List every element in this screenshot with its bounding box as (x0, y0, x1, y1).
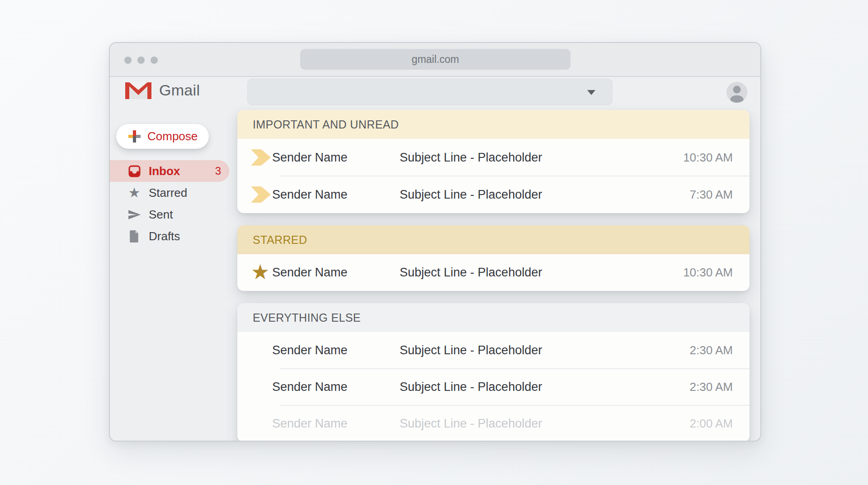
email-time: 2:00 AM (690, 417, 733, 431)
email-subject: Subject Line - Placeholder (400, 380, 690, 394)
section-rows: Sender Name Subject Line - Placeholder 2… (237, 332, 750, 442)
profile-avatar[interactable] (726, 82, 747, 103)
chevron-down-icon[interactable] (587, 90, 595, 95)
email-sections: IMPORTANT AND UNREAD Sender Name Subject… (237, 110, 750, 442)
maximize-button[interactable] (151, 57, 158, 64)
inbox-icon (127, 165, 141, 177)
sidebar-item-inbox[interactable]: Inbox 3 (110, 160, 229, 182)
person-icon (726, 82, 747, 103)
sidebar-item-label: Inbox (149, 164, 180, 178)
email-sender: Sender Name (272, 266, 400, 280)
gmail-logo: Gmail (125, 81, 200, 99)
email-row[interactable]: Sender Name Subject Line - Placeholder 2… (237, 332, 750, 369)
email-subject: Subject Line - Placeholder (400, 343, 690, 357)
email-subject: Subject Line - Placeholder (400, 151, 683, 165)
gmail-envelope-icon (125, 81, 151, 99)
section-title: EVERYTHING ELSE (253, 311, 361, 324)
sidebar-item-starred[interactable]: ★ Starred (110, 182, 229, 204)
email-section-card: IMPORTANT AND UNREAD Sender Name Subject… (237, 110, 750, 213)
sidebar-item-sent[interactable]: Sent (110, 204, 229, 225)
importance-marker-icon (251, 149, 272, 166)
section-header: STARRED (237, 225, 750, 254)
section-header: IMPORTANT AND UNREAD (237, 110, 750, 139)
url-text: gmail.com (412, 53, 459, 66)
close-button[interactable] (124, 57, 132, 64)
email-time: 10:30 AM (683, 151, 733, 165)
email-time: 2:30 AM (690, 380, 733, 394)
compose-label: Compose (147, 129, 198, 143)
email-row[interactable]: Sender Name Subject Line - Placeholder 1… (237, 139, 750, 176)
sidebar-item-drafts[interactable]: Drafts (110, 225, 229, 247)
sidebar-item-label: Drafts (149, 229, 180, 243)
email-time: 10:30 AM (683, 266, 733, 280)
window-controls (124, 43, 158, 77)
importance-marker-icon (251, 186, 272, 203)
section-title: STARRED (253, 233, 307, 247)
email-sender: Sender Name (272, 188, 400, 202)
email-row[interactable]: Sender Name Subject Line - Placeholder 2… (237, 405, 750, 442)
email-sender: Sender Name (272, 417, 400, 431)
email-subject: Subject Line - Placeholder (400, 417, 690, 431)
sidebar-nav: Inbox 3 ★ Starred Sent (110, 160, 229, 247)
email-sender: Sender Name (272, 151, 400, 165)
search-input[interactable] (247, 79, 613, 105)
section-rows: ★ Sender Name Subject Line - Placeholder… (237, 254, 750, 291)
email-time: 2:30 AM (690, 343, 733, 357)
email-subject: Subject Line - Placeholder (400, 188, 690, 202)
section-title: IMPORTANT AND UNREAD (253, 118, 399, 131)
sidebar-item-label: Sent (149, 208, 173, 222)
browser-window: gmail.com Gmail (109, 42, 761, 442)
email-sender: Sender Name (272, 380, 400, 394)
star-icon: ★ (127, 186, 141, 200)
minimize-button[interactable] (137, 57, 145, 64)
email-row[interactable]: Sender Name Subject Line - Placeholder 2… (237, 369, 750, 405)
email-time: 7:30 AM (690, 188, 733, 202)
document-icon (127, 230, 141, 243)
sidebar-item-label: Starred (149, 186, 187, 200)
desktop-background: gmail.com Gmail (0, 0, 868, 485)
inbox-unread-count: 3 (215, 165, 221, 177)
section-rows: Sender Name Subject Line - Placeholder 1… (237, 139, 750, 213)
email-sender: Sender Name (272, 343, 400, 357)
compose-button[interactable]: Compose (116, 124, 209, 149)
email-subject: Subject Line - Placeholder (400, 266, 683, 280)
email-section-card: STARRED ★ Sender Name Subject Line - Pla… (237, 225, 750, 291)
star-icon: ★ (251, 262, 272, 282)
url-bar[interactable]: gmail.com (300, 49, 571, 70)
section-header: EVERYTHING ELSE (237, 303, 750, 332)
app-title: Gmail (159, 81, 200, 99)
email-row[interactable]: Sender Name Subject Line - Placeholder 7… (237, 176, 750, 213)
send-icon (127, 209, 141, 220)
email-row[interactable]: ★ Sender Name Subject Line - Placeholder… (237, 254, 750, 291)
browser-chrome: gmail.com (110, 43, 760, 77)
email-section-card: EVERYTHING ELSE Sender Name Subject Line… (237, 303, 750, 442)
plus-icon (128, 130, 141, 143)
